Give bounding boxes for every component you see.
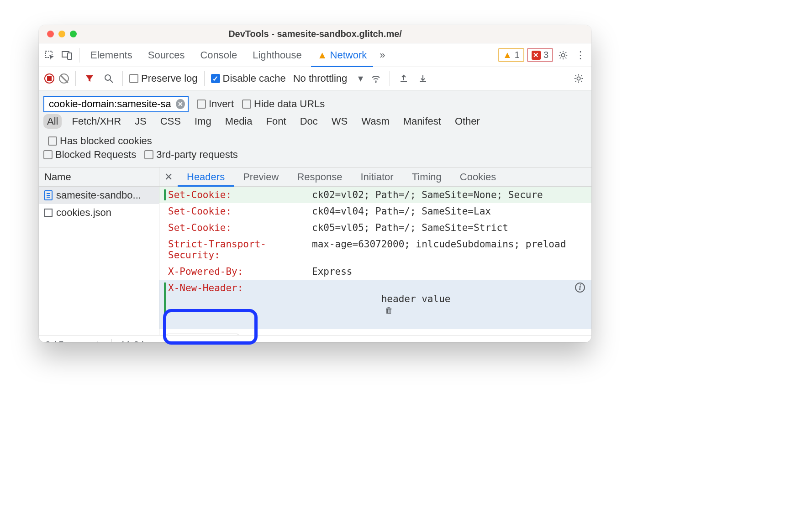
maximize-window-button[interactable]	[70, 31, 77, 37]
clear-button[interactable]	[59, 73, 69, 84]
header-value: ck05=vl05; Path=/; SameSite=Strict	[312, 222, 585, 233]
tab-lighthouse[interactable]: Lighthouse	[246, 43, 308, 67]
request-row[interactable]: samesite-sandbo...	[39, 187, 159, 204]
separator	[390, 71, 390, 86]
request-detail-pane: ✕ Headers Preview Response Initiator Tim…	[159, 168, 591, 335]
filter-section: ✕ Invert Hide data URLs All Fetch/XHR JS…	[39, 90, 591, 168]
type-filter-font[interactable]: Font	[263, 114, 290, 129]
separator	[122, 71, 123, 86]
network-settings-icon[interactable]	[571, 71, 586, 86]
header-row[interactable]: Strict-Transport-Security: max-age=63072…	[159, 236, 591, 263]
network-conditions-icon[interactable]	[369, 71, 383, 86]
type-filter-ws[interactable]: WS	[328, 114, 351, 129]
type-filter-css[interactable]: CSS	[157, 114, 185, 129]
warnings-badge[interactable]: ▲ 1	[498, 48, 524, 62]
transfer-size: 11.3 k	[120, 339, 146, 343]
detail-tab-timing[interactable]: Timing	[403, 168, 451, 187]
main-tab-bar: Elements Sources Console Lighthouse ▲ Ne…	[39, 43, 591, 67]
response-headers-list: Set-Cookie: ck02=vl02; Path=/; SameSite=…	[159, 187, 591, 335]
document-icon	[44, 190, 53, 200]
type-filter-fetch[interactable]: Fetch/XHR	[68, 114, 125, 129]
clear-filter-icon[interactable]: ✕	[176, 99, 185, 109]
warning-icon: ▲	[317, 49, 327, 61]
header-value: Express	[312, 266, 585, 277]
status-bar: 2 / 5 requests 11.3 k	[39, 335, 591, 342]
close-detail-icon[interactable]: ✕	[159, 171, 178, 183]
checkbox-icon	[242, 99, 251, 109]
type-filter-manifest[interactable]: Manifest	[400, 114, 445, 129]
filter-input[interactable]: ✕	[43, 96, 189, 112]
override-marker	[164, 189, 166, 200]
tab-console[interactable]: Console	[194, 43, 243, 67]
minimize-window-button[interactable]	[58, 31, 65, 37]
header-value: header value 🗑	[312, 283, 575, 326]
type-filter-all[interactable]: All	[43, 114, 62, 129]
checkbox-icon	[43, 150, 53, 159]
detail-tab-initiator[interactable]: Initiator	[351, 168, 402, 187]
devtools-window: DevTools - samesite-sandbox.glitch.me/ E…	[39, 25, 591, 342]
hide-data-urls-checkbox[interactable]: Hide data URLs	[242, 98, 325, 110]
type-filter-doc[interactable]: Doc	[296, 114, 322, 129]
close-window-button[interactable]	[47, 31, 54, 37]
type-filter-other[interactable]: Other	[451, 114, 484, 129]
invert-checkbox[interactable]: Invert	[197, 98, 234, 110]
tab-elements[interactable]: Elements	[84, 43, 139, 67]
type-filter-js[interactable]: JS	[131, 114, 150, 129]
filter-icon[interactable]	[82, 71, 97, 86]
tab-network[interactable]: ▲ Network	[311, 43, 373, 67]
detail-tab-bar: ✕ Headers Preview Response Initiator Tim…	[159, 168, 591, 187]
record-button[interactable]	[44, 73, 54, 84]
header-row[interactable]: Set-Cookie: ck05=vl05; Path=/; SameSite=…	[159, 220, 591, 236]
disable-cache-checkbox[interactable]: Disable cache	[211, 73, 286, 84]
svg-rect-2	[68, 53, 72, 59]
checkbox-icon	[144, 150, 153, 159]
header-row[interactable]: X-Powered-By: Express	[159, 263, 591, 280]
header-name: Set-Cookie:	[168, 222, 312, 233]
checkbox-icon	[48, 136, 57, 146]
detail-tab-preview[interactable]: Preview	[234, 168, 288, 187]
window-title: DevTools - samesite-sandbox.glitch.me/	[39, 29, 591, 39]
network-toolbar: Preserve log Disable cache No throttling…	[39, 67, 591, 90]
inspect-element-icon[interactable]	[42, 48, 57, 63]
has-blocked-cookies-checkbox[interactable]: Has blocked cookies	[48, 135, 152, 147]
filter-text-field[interactable]	[48, 98, 176, 110]
column-header-name[interactable]: Name	[39, 168, 159, 187]
tab-sources[interactable]: Sources	[142, 43, 191, 67]
detail-tab-headers[interactable]: Headers	[178, 168, 234, 187]
request-name: samesite-sandbo...	[56, 189, 141, 201]
export-har-icon[interactable]	[416, 71, 430, 86]
settings-icon[interactable]	[556, 48, 570, 63]
delete-header-icon[interactable]: 🗑	[385, 305, 393, 315]
header-name: X-Powered-By:	[168, 266, 312, 277]
request-count: 2 / 5 requests	[45, 339, 103, 343]
type-filter-wasm[interactable]: Wasm	[358, 114, 393, 129]
more-menu-icon[interactable]: ⋮	[573, 48, 588, 63]
detail-tab-cookies[interactable]: Cookies	[451, 168, 505, 187]
detail-tab-response[interactable]: Response	[288, 168, 351, 187]
header-name: Strict-Transport-Security:	[168, 239, 312, 261]
device-toolbar-icon[interactable]	[60, 48, 74, 63]
errors-badge[interactable]: ✕ 3	[527, 48, 553, 62]
throttling-select[interactable]: No throttling ▾	[290, 72, 364, 85]
import-har-icon[interactable]	[396, 71, 411, 86]
header-name: Set-Cookie:	[168, 189, 312, 200]
request-row[interactable]: cookies.json	[39, 204, 159, 221]
info-icon[interactable]: i	[575, 283, 585, 293]
header-name: Set-Cookie:	[168, 206, 312, 217]
preserve-log-checkbox[interactable]: Preserve log	[129, 73, 198, 84]
header-row[interactable]: Set-Cookie: ck02=vl02; Path=/; SameSite=…	[159, 187, 591, 203]
checkbox-icon	[129, 74, 138, 83]
svg-line-4	[110, 80, 113, 83]
type-filter-media[interactable]: Media	[221, 114, 256, 129]
search-icon[interactable]	[101, 71, 116, 86]
warning-icon: ▲	[503, 50, 512, 60]
add-header-button[interactable]: +Add header	[166, 334, 239, 335]
third-party-checkbox[interactable]: 3rd-party requests	[144, 149, 238, 161]
more-tabs-button[interactable]: »	[376, 49, 389, 61]
header-row-custom[interactable]: X-New-Header: header value 🗑 i	[159, 280, 591, 329]
header-value: ck04=vl04; Path=/; SameSite=Lax	[312, 206, 585, 217]
blocked-requests-checkbox[interactable]: Blocked Requests	[43, 149, 136, 161]
content-area: Name samesite-sandbo... cookies.json ✕ H…	[39, 168, 591, 335]
type-filter-img[interactable]: Img	[191, 114, 215, 129]
header-row[interactable]: Set-Cookie: ck04=vl04; Path=/; SameSite=…	[159, 203, 591, 220]
